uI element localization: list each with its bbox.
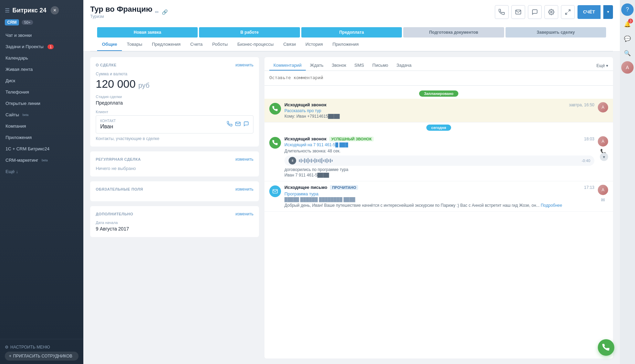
rail-chat-button[interactable]: 💬 [621, 32, 634, 45]
schet-button[interactable]: СЧЁТ [577, 5, 601, 19]
schet-arrow-button[interactable]: ▼ [603, 5, 613, 19]
stage-new[interactable]: Новая заявка [97, 27, 198, 38]
sidebar-item-telephony[interactable]: Телефония [0, 86, 83, 98]
invite-employees-button[interactable]: + ПРИГЛАСИТЬ СОТРУДНИКОВ [5, 352, 79, 361]
client-chat-icon[interactable] [243, 121, 249, 128]
sidebar-item-tasks[interactable]: Задачи и Проекты 1 [0, 41, 83, 52]
additional-edit-link[interactable]: изменить [236, 212, 253, 216]
sidebar-item-live-feed[interactable]: Живая лента [0, 64, 83, 75]
tab-invoices[interactable]: Счета [185, 38, 207, 51]
stage-close[interactable]: Завершить сделку [506, 27, 606, 38]
deal-edit-link[interactable]: изменить [236, 63, 253, 67]
act-tab-comment[interactable]: Комментарий [269, 61, 306, 71]
future-call-link[interactable]: Рассказать про тур [284, 108, 594, 113]
tab-business-processes[interactable]: Бизнес-процессы [232, 38, 278, 51]
question-icon: ? [626, 7, 629, 13]
sidebar-item-crm-marketing[interactable]: CRM-маркетинг beta [0, 154, 83, 166]
wave-bar [314, 158, 315, 163]
expand-action-button[interactable] [561, 5, 575, 19]
future-call-sub: Кому: Иван +79114615████ [284, 114, 594, 119]
rail-help-button[interactable]: ? [621, 3, 634, 16]
client-box: КОНТАКТ Иван [96, 115, 253, 133]
future-call-title: Исходящий звонок [284, 102, 326, 107]
title-link-icon[interactable]: 🔗 [162, 9, 168, 15]
future-call-phone-icon [269, 103, 281, 115]
green-phone-fab[interactable] [598, 339, 614, 356]
title-edit-icon[interactable]: ✏ [155, 9, 159, 15]
client-email-icon[interactable] [235, 121, 241, 128]
regular-section-header: РЕГУЛЯРНАЯ СДЕЛКА изменить [96, 157, 253, 162]
user-avatar[interactable]: А [621, 61, 634, 74]
planned-badge: Запланировано [419, 90, 458, 97]
stage-prepayment[interactable]: Предоплата [301, 27, 402, 38]
act-tab-task[interactable]: Задача [392, 61, 416, 71]
wave-bar [323, 160, 324, 162]
audio-player: ⏸ [284, 156, 594, 166]
sidebar-more-button[interactable]: Ещё ↓ [0, 166, 83, 177]
wave-bar [320, 159, 321, 163]
wave-bar [321, 158, 322, 163]
mail-more-link[interactable]: Подробнее [541, 203, 562, 208]
stage-docs[interactable]: Подготовка документов [403, 27, 504, 38]
sidebar-nav: Чат и звонки Задачи и Проекты 1 Календар… [0, 30, 83, 339]
audio-play-button[interactable]: ⏸ [289, 157, 296, 164]
required-section-header: ОБЯЗАТЕЛЬНЫЕ ПОЛЯ изменить [96, 187, 253, 192]
outgoing-mail-link[interactable]: Программа тура [284, 191, 594, 196]
contacts-link[interactable]: Контакты, участвующие в сделке [96, 136, 253, 141]
tab-general[interactable]: Общие [97, 38, 122, 51]
page-title-area: Тур во Францию Туризм ✏ 🔗 [90, 5, 168, 19]
amount-number: 120 000 [96, 78, 136, 90]
rail-notifications-button[interactable]: 🔔 3 [621, 18, 634, 30]
settings-action-button[interactable] [544, 5, 558, 19]
plus-icon: + [9, 354, 11, 358]
tab-products[interactable]: Товары [122, 38, 147, 51]
regular-edit-link[interactable]: изменить [236, 157, 253, 162]
tab-applications[interactable]: Приложения [328, 38, 364, 51]
comment-input[interactable] [269, 75, 608, 80]
sidebar-item-open-lines[interactable]: Открытые линии [0, 98, 83, 109]
sidebar-item-chat[interactable]: Чат и звонки [0, 30, 83, 41]
scroll-button[interactable]: ▼ [600, 153, 608, 161]
mail-action-icon[interactable]: ✉ [601, 197, 605, 203]
required-edit-link[interactable]: изменить [236, 187, 253, 192]
open-lines-label: Открытые линии [6, 101, 40, 106]
act-tab-sms[interactable]: SMS [350, 61, 368, 71]
stage-inwork[interactable]: В работе [199, 27, 300, 38]
configure-menu-button[interactable]: ⚙ НАСТРОИТЬ МЕНЮ [5, 343, 79, 352]
crm-badge[interactable]: CRM [5, 19, 19, 25]
outgoing-call-to: Исходящий на 7 911 461-5█ ███ [284, 142, 594, 147]
outgoing-call-phone-icon [269, 137, 281, 149]
act-tab-call[interactable]: Звонок [327, 61, 350, 71]
call-action-button[interactable] [495, 5, 509, 19]
hamburger-icon[interactable]: ☰ [5, 7, 10, 14]
stage-value: Предоплата [96, 100, 253, 106]
sidebar-item-apps[interactable]: Приложения [0, 132, 83, 143]
client-phone-icon[interactable] [227, 121, 232, 128]
sidebar-item-calendar[interactable]: Календарь [0, 52, 83, 64]
close-sidebar-button[interactable]: ✕ [51, 6, 59, 14]
phone-icon [499, 9, 505, 15]
chat-action-button[interactable] [528, 5, 542, 19]
sidebar-item-company[interactable]: Компания [0, 120, 83, 132]
future-call-avatar: А [598, 102, 608, 113]
page-title: Тур во Францию [90, 5, 152, 14]
sidebar-item-1c-crm[interactable]: 1С + CRM Битрикс24 [0, 143, 83, 154]
wave-bar [325, 159, 326, 162]
act-tab-letter[interactable]: Письмо [368, 61, 392, 71]
planned-marker: Запланировано [264, 88, 613, 99]
sidebar-item-sites[interactable]: Сайты beta [0, 109, 83, 120]
wave-bar [328, 159, 329, 162]
tab-offers[interactable]: Предложения [147, 38, 185, 51]
outgoing-call-badge: УСПЕШНЫЙ ЗВОНОК [329, 137, 374, 141]
tab-robots[interactable]: Роботы [207, 38, 232, 51]
tab-history[interactable]: История [301, 38, 327, 51]
act-tab-wait[interactable]: Ждать [306, 61, 327, 71]
rail-search-button[interactable]: 🔍 [621, 47, 634, 59]
tab-connections[interactable]: Связи [279, 38, 301, 51]
email-action-button[interactable] [511, 5, 525, 19]
expand-icon [565, 9, 571, 15]
sidebar-item-disk[interactable]: Диск [0, 75, 83, 86]
act-tab-more[interactable]: Ещё ▾ [596, 63, 608, 68]
outgoing-mail-avatar: А [598, 185, 608, 195]
client-type: КОНТАКТ [100, 119, 116, 123]
